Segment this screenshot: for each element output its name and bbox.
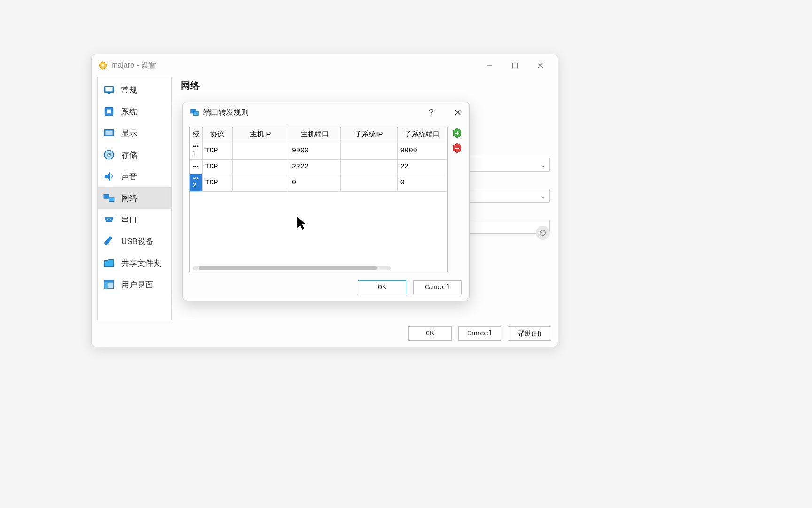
app-gear-icon	[98, 61, 108, 70]
disk-icon	[102, 148, 116, 161]
sidebar-item-network[interactable]: 网络	[98, 187, 171, 209]
table-header-row: 续 协议 主机IP 主机端口 子系统IP 子系统端口	[190, 127, 447, 142]
svg-line-5	[100, 62, 101, 63]
minimize-button[interactable]	[484, 59, 496, 71]
cell-guest-ip[interactable]	[341, 160, 397, 174]
dialog-close-button[interactable]	[453, 107, 463, 118]
cell-protocol[interactable]: TCP	[202, 174, 232, 192]
maximize-button[interactable]	[509, 59, 521, 71]
chevron-down-icon: ⌄	[540, 192, 546, 199]
main-footer: OK Cancel 帮助(H)	[92, 320, 558, 347]
svg-rect-20	[105, 131, 112, 135]
display-icon	[102, 127, 116, 140]
sidebar-item-shared-folders[interactable]: 共享文件夹	[98, 252, 171, 274]
svg-line-6	[105, 68, 106, 69]
svg-rect-31	[104, 236, 113, 245]
cell-host-port[interactable]: 9000	[289, 142, 341, 160]
window-controls	[484, 59, 553, 71]
cell-guest-port[interactable]: 0	[397, 174, 447, 192]
row-index-cell[interactable]: •••1	[190, 142, 202, 160]
cell-guest-ip[interactable]	[341, 174, 397, 192]
cell-protocol[interactable]: TCP	[202, 142, 232, 160]
svg-rect-34	[104, 283, 108, 289]
main-help-button[interactable]: 帮助(H)	[508, 326, 551, 341]
sidebar-label: 系统	[121, 106, 137, 117]
sidebar-label: 共享文件夹	[121, 258, 161, 269]
sidebar-label: 网络	[121, 193, 137, 204]
close-button[interactable]	[534, 59, 547, 71]
settings-sidebar: 常规 系统 显示 存储	[97, 77, 172, 320]
cell-host-port[interactable]: 2222	[289, 160, 341, 174]
sidebar-label: 用户界面	[121, 279, 153, 290]
usb-icon	[102, 235, 116, 248]
table-row[interactable]: •••2TCP00	[190, 174, 447, 192]
svg-rect-11	[513, 63, 518, 68]
svg-rect-25	[104, 194, 109, 198]
cell-guest-port[interactable]: 22	[397, 160, 447, 174]
port-forwarding-dialog: 端口转发规则 ? 续 协议 主机IP 主机端口	[182, 102, 470, 301]
chevron-down-icon: ⌄	[540, 161, 546, 168]
cell-host-ip[interactable]	[232, 174, 289, 192]
table-row[interactable]: •••TCP222222	[190, 160, 447, 174]
table-row[interactable]: •••1TCP90009000	[190, 142, 447, 160]
svg-rect-36	[193, 111, 198, 115]
cell-guest-ip[interactable]	[341, 142, 397, 160]
sidebar-item-display[interactable]: 显示	[98, 122, 171, 144]
dialog-ok-button[interactable]: OK	[358, 280, 406, 294]
cell-host-ip[interactable]	[232, 142, 289, 160]
svg-rect-26	[109, 198, 114, 202]
serial-port-icon	[102, 213, 116, 226]
sidebar-item-general[interactable]: 常规	[98, 79, 171, 101]
svg-point-30	[110, 219, 111, 220]
rule-tools	[451, 127, 464, 272]
sidebar-item-serial[interactable]: 串口	[98, 209, 171, 230]
sidebar-label: 常规	[121, 85, 137, 95]
sidebar-item-ui[interactable]: 用户界面	[98, 274, 171, 295]
page-title: 网络	[181, 79, 552, 92]
col-guest-ip[interactable]: 子系统IP	[341, 127, 397, 142]
monitor-icon	[102, 83, 116, 96]
help-button[interactable]: ?	[426, 107, 437, 118]
cell-host-port[interactable]: 0	[289, 174, 341, 192]
sidebar-label: USB设备	[121, 236, 154, 247]
cell-protocol[interactable]: TCP	[202, 160, 232, 174]
sidebar-label: 串口	[121, 214, 137, 225]
rules-table-container: 续 协议 主机IP 主机端口 子系统IP 子系统端口 •••1TCP900090…	[189, 127, 448, 272]
col-guest-port[interactable]: 子系统端口	[397, 127, 447, 142]
col-corner[interactable]: 续	[190, 127, 202, 142]
network-stack-icon	[189, 107, 200, 118]
cell-host-ip[interactable]	[232, 160, 289, 174]
main-cancel-button[interactable]: Cancel	[458, 326, 501, 341]
sidebar-item-audio[interactable]: 声音	[98, 166, 171, 187]
svg-point-29	[109, 219, 109, 220]
main-ok-button[interactable]: OK	[408, 326, 452, 341]
svg-line-8	[105, 62, 106, 63]
sidebar-item-storage[interactable]: 存储	[98, 144, 171, 166]
sidebar-item-system[interactable]: 系统	[98, 101, 171, 122]
svg-point-28	[107, 219, 108, 220]
cell-guest-port[interactable]: 9000	[397, 142, 447, 160]
row-index-cell[interactable]: •••	[190, 160, 202, 174]
sidebar-item-usb[interactable]: USB设备	[98, 230, 171, 252]
svg-marker-24	[105, 172, 110, 180]
row-index-cell[interactable]: •••2	[190, 174, 202, 192]
dialog-cancel-button[interactable]: Cancel	[413, 280, 462, 294]
svg-line-7	[100, 68, 101, 69]
folder-icon	[102, 256, 116, 270]
add-rule-button[interactable]	[452, 127, 463, 139]
col-protocol[interactable]: 协议	[202, 127, 232, 142]
network-icon	[102, 191, 116, 205]
remove-rule-button[interactable]	[452, 143, 463, 154]
window-title: majaro - 设置	[111, 61, 484, 71]
rules-table: 续 协议 主机IP 主机端口 子系统IP 子系统端口 •••1TCP900090…	[190, 127, 447, 192]
horizontal-scrollbar[interactable]	[193, 266, 391, 270]
sidebar-label: 存储	[121, 150, 137, 160]
speaker-icon	[102, 170, 116, 183]
scrollbar-thumb[interactable]	[199, 266, 377, 270]
col-host-ip[interactable]: 主机IP	[232, 127, 289, 142]
col-host-port[interactable]: 主机端口	[289, 127, 341, 142]
refresh-button[interactable]	[536, 226, 550, 240]
svg-point-9	[102, 64, 104, 67]
svg-rect-33	[104, 280, 114, 282]
main-titlebar: majaro - 设置	[92, 54, 558, 77]
